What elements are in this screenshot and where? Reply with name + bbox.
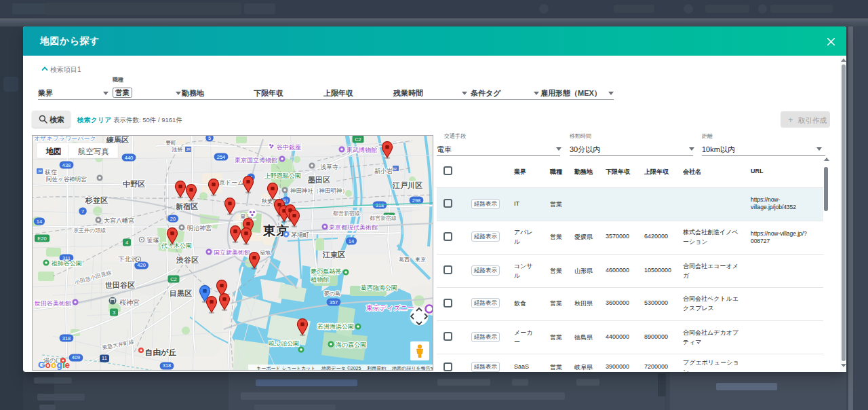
svg-text:420: 420 [137, 262, 146, 268]
svg-text:20: 20 [170, 216, 176, 222]
svg-text:14: 14 [37, 219, 42, 225]
svg-text:海の森公園: 海の森公園 [336, 341, 366, 348]
svg-text:夢の島: 夢の島 [324, 291, 340, 297]
svg-text:E20: E20 [37, 236, 46, 242]
svg-text:キーボード ショートカット 地図データ ©2025 利用: キーボード ショートカット 地図データ ©2025 利用規約 地図の誤りを報告す… [256, 366, 433, 370]
svg-text:3: 3 [113, 310, 115, 316]
svg-text:7: 7 [81, 208, 84, 215]
svg-text:上野恩賜公園: 上野恩賜公園 [264, 172, 301, 179]
svg-text:東京国立博物館: 東京国立博物館 [235, 157, 277, 164]
svg-text:東京都現代美術館: 東京都現代美術館 [329, 224, 378, 231]
svg-text:298: 298 [412, 198, 421, 204]
svg-text:新宿区: 新宿区 [175, 202, 198, 210]
svg-text:練馬区: 練馬区 [106, 136, 129, 144]
svg-text:G: G [38, 360, 45, 370]
svg-text:東京ディズニー: 東京ディズニー [366, 304, 414, 312]
svg-text:笹塚: 笹塚 [146, 236, 160, 244]
svg-text:代々木公園: 代々木公園 [161, 242, 192, 249]
svg-text:曉ふ頭公園: 曉ふ頭公園 [269, 340, 299, 347]
svg-text:新小岩: 新小岩 [374, 168, 393, 174]
svg-text:大宮八幡宮: 大宮八幡宮 [104, 217, 134, 224]
svg-text:神田神社（神田明神）: 神田神社（神田明神） [290, 187, 348, 194]
svg-text:池袋: 池袋 [172, 147, 182, 153]
svg-text:下北沢: 下北沢 [118, 255, 138, 263]
svg-text:世田谷区: 世田谷区 [105, 281, 135, 289]
svg-text:254: 254 [217, 154, 226, 160]
svg-text:409: 409 [72, 354, 81, 360]
svg-text:杉並区: 杉並区 [85, 196, 108, 204]
svg-text:357: 357 [330, 299, 338, 305]
svg-text:荻窪: 荻窪 [45, 169, 57, 176]
svg-text:e: e [65, 360, 71, 370]
svg-text:o: o [45, 360, 51, 370]
svg-text:植物館: 植物館 [311, 276, 329, 283]
svg-text:中野区: 中野区 [123, 180, 145, 188]
svg-text:14: 14 [349, 238, 354, 244]
svg-text:自由が丘: 自由が丘 [145, 348, 177, 356]
svg-text:g: g [57, 360, 62, 370]
svg-text:東京: 東京 [415, 257, 426, 263]
svg-text:要町: 要町 [165, 140, 176, 146]
svg-text:都営新宿線: 都営新宿線 [369, 215, 397, 221]
svg-text:11: 11 [102, 355, 107, 361]
svg-text:オザキフラワーパーク: オザキフラワーパーク [34, 136, 96, 142]
svg-text:葛西臨海公園: 葛西臨海公園 [361, 284, 397, 291]
svg-text:JR: JR [186, 147, 191, 151]
svg-text:C2: C2 [355, 136, 361, 143]
svg-text:江戸川区: 江戸川区 [392, 181, 422, 189]
svg-text:桜神宮: 桜神宮 [119, 299, 140, 306]
svg-text:茅場町: 茅場町 [291, 231, 309, 238]
svg-text:明治神宮: 明治神宮 [187, 225, 212, 231]
svg-text:京王井の頭線: 京王井の頭線 [73, 227, 106, 234]
svg-text:5: 5 [208, 136, 211, 141]
svg-text:都営新宿線: 都営新宿線 [332, 210, 360, 217]
svg-text:築地: 築地 [260, 250, 271, 256]
svg-text:若洲海浜公園: 若洲海浜公園 [317, 323, 354, 330]
svg-text:渋谷区: 渋谷区 [176, 256, 199, 264]
svg-text:318: 318 [163, 362, 172, 369]
svg-text:江東区: 江東区 [322, 250, 345, 259]
svg-text:地図: 地図 [45, 147, 62, 155]
svg-text:目黒区: 目黒区 [170, 289, 192, 297]
svg-text:JR: JR [392, 167, 397, 171]
svg-text:世田谷美術館: 世田谷美術館 [35, 300, 71, 307]
svg-text:谷中銀座: 谷中銀座 [277, 144, 301, 151]
svg-text:国立新美術館: 国立新美術館 [214, 249, 250, 256]
svg-text:祖師谷公園: 祖師谷公園 [51, 260, 82, 267]
svg-text:o: o [51, 360, 56, 370]
svg-text:葛西: 葛西 [399, 257, 410, 263]
svg-text:夢の島熱帯: 夢の島熱帯 [311, 268, 341, 275]
svg-text:440: 440 [125, 155, 134, 161]
svg-text:阿佐ヶ谷神明宮: 阿佐ヶ谷神明宮 [46, 176, 87, 183]
svg-text:4: 4 [125, 240, 128, 246]
svg-text:航空写真: 航空写真 [78, 147, 110, 156]
svg-text:318: 318 [62, 335, 71, 341]
svg-text:438: 438 [62, 162, 71, 168]
svg-text:浅草寺: 浅草寺 [320, 164, 338, 170]
svg-text:東武博物館: 東武博物館 [347, 147, 377, 153]
svg-text:C2: C2 [170, 276, 177, 282]
svg-text:JR: JR [37, 169, 42, 173]
svg-text:墨田区: 墨田区 [307, 176, 330, 184]
